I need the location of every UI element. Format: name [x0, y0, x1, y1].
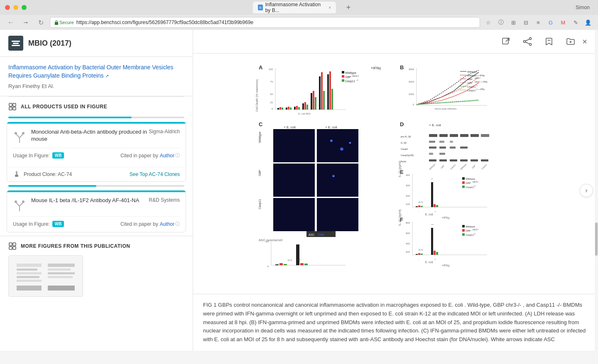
caption-text: FIG 1 GBPs control noncanonical and cano… [203, 302, 586, 342]
svg-rect-108 [317, 129, 358, 162]
extension-icon[interactable]: ⊞ [508, 17, 518, 27]
profile-icon[interactable]: 👤 [583, 17, 593, 27]
svg-text:→: → [348, 141, 351, 145]
info-circle-icon-2[interactable]: ⓘ [175, 221, 180, 227]
paper-authors: Ryan Finethy Et Al. [8, 83, 184, 89]
figure-thumbnail[interactable] [8, 255, 83, 297]
paper-external-link-icon[interactable]: ↗ [105, 73, 109, 78]
product-2-main: Mouse IL-1 beta /IL-1F2 Antibody AF-401-… [13, 197, 180, 212]
svg-rect-0 [55, 22, 58, 25]
svg-rect-45 [342, 79, 344, 82]
svg-text:0: 0 [271, 107, 273, 110]
right-panel: × A +IFNγ Cell Death (% maximum) Wildtyp… [193, 30, 598, 351]
svg-rect-220 [421, 254, 423, 255]
svg-text:IL-18 (pg/ml): IL-18 (pg/ml) [398, 209, 402, 226]
scrollbar-thumb[interactable] [595, 222, 598, 256]
svg-rect-165 [284, 264, 287, 265]
svg-text:+: + [301, 268, 303, 269]
product2-progress-container [8, 185, 184, 187]
product-1-cited: Cited in paper by Author ⓘ [120, 152, 180, 159]
logo-bar-2 [13, 43, 19, 44]
svg-text:Wildtype: Wildtype [428, 163, 436, 171]
svg-rect-115 [273, 164, 315, 197]
svg-rect-195 [436, 205, 438, 207]
svg-text:+ E. coli: + E. coli [284, 125, 296, 129]
paper-title[interactable]: Inflammasome Activation by Bacterial Out… [8, 64, 184, 80]
tab-close-button[interactable]: × [328, 5, 331, 10]
svg-text:0: 0 [267, 265, 269, 268]
app-container: MBIO (2017) Inflammasome Activation by B… [0, 30, 598, 351]
back-button[interactable]: ← [5, 17, 17, 28]
paper-title-section: Inflammasome Activation by Bacterial Out… [0, 57, 193, 96]
author-link-1[interactable]: Author [160, 153, 174, 159]
edit-icon[interactable]: ✎ [571, 17, 581, 27]
bookmark-button[interactable] [542, 35, 556, 48]
svg-text:800: 800 [405, 222, 410, 224]
svg-text:-/-: -/- [474, 232, 476, 235]
svg-rect-63 [298, 107, 300, 110]
svg-text:GBP: GBP [467, 82, 473, 84]
svg-rect-68 [313, 91, 314, 110]
reload-button[interactable]: ↻ [35, 17, 47, 28]
svg-text:ASC puncta/cell: ASC puncta/cell [259, 238, 282, 242]
scrollbar[interactable] [595, 30, 598, 351]
svg-text:300: 300 [405, 184, 410, 187]
svg-rect-168 [304, 264, 308, 265]
svg-rect-107 [273, 129, 315, 162]
products-section-title: ALL PRODUCTS USED IN FIGURE [21, 104, 107, 110]
benchsci-logo [8, 36, 23, 51]
svg-rect-192 [421, 206, 423, 207]
info-icon[interactable]: ⓘ [496, 17, 506, 27]
svg-text:75: 75 [270, 81, 273, 83]
svg-rect-134 [460, 134, 468, 137]
svg-text:→: → [340, 147, 343, 151]
close-button[interactable]: × [578, 35, 591, 48]
gmail-icon[interactable]: M [558, 17, 568, 27]
products-section-header: ALL PRODUCTS USED IN FIGURE [0, 97, 193, 117]
svg-text:E. coli: E. coli [425, 213, 433, 216]
forward-button[interactable]: → [20, 17, 32, 28]
star-icon[interactable]: ☆ [483, 17, 493, 27]
svg-rect-4 [13, 107, 16, 110]
external-link-button[interactable] [499, 35, 512, 48]
close-window-button[interactable] [5, 5, 10, 10]
new-tab-button[interactable]: + [343, 2, 354, 13]
svg-text:-/-: -/- [476, 84, 478, 87]
svg-text:GBP: GBP [345, 76, 351, 78]
info-circle-icon-1[interactable]: ⓘ [175, 152, 180, 159]
svg-rect-2 [13, 103, 16, 106]
author-link-2[interactable]: Author [160, 221, 174, 227]
secure-badge: Secure [54, 20, 74, 25]
svg-text:D: D [400, 121, 404, 127]
svg-rect-32 [48, 286, 75, 291]
svg-text:-: - [418, 210, 419, 213]
next-figure-button[interactable]: › [580, 184, 593, 197]
active-tab[interactable]: B Inflammasome Activation by B... × [253, 2, 336, 13]
more-figures-icon [8, 242, 17, 250]
maximize-window-button[interactable] [22, 5, 27, 10]
svg-text:+: + [434, 210, 436, 213]
folder-button[interactable] [564, 35, 577, 48]
google-apps-icon[interactable]: G [546, 17, 556, 27]
svg-rect-193 [431, 182, 433, 207]
product-2-vendor: R&D Systems [149, 197, 180, 203]
svg-rect-149 [460, 159, 468, 161]
clone-link-1[interactable]: See Top AC-74 Clones [130, 171, 180, 177]
url-bar[interactable]: Secure https://app.benchsci.com/figures/… [50, 17, 480, 28]
svg-rect-137 [429, 141, 435, 143]
svg-rect-136 [481, 134, 489, 137]
product-1-meta: Usage In Figure: WB Cited in paper by Au… [13, 148, 180, 159]
svg-text:chr3-/-: chr3-/- [473, 228, 479, 231]
svg-text:-: - [285, 268, 286, 269]
svg-text:Casp11: Casp11 [480, 163, 488, 170]
extension2-icon[interactable]: ⊟ [521, 17, 531, 27]
share-button[interactable] [521, 35, 534, 48]
journal-title: MBIO (2017) [28, 39, 71, 48]
more-figures-header: MORE FIGURES FROM THIS PUBLICATION [8, 242, 184, 250]
left-panel: MBIO (2017) Inflammasome Activation by B… [0, 30, 193, 351]
minimize-window-button[interactable] [13, 5, 18, 10]
svg-text:GBP: GBP [440, 164, 445, 169]
layers-icon[interactable]: ≡ [533, 17, 543, 27]
window-controls [5, 5, 27, 10]
usage-label-2: Usage In Figure: [13, 221, 50, 227]
